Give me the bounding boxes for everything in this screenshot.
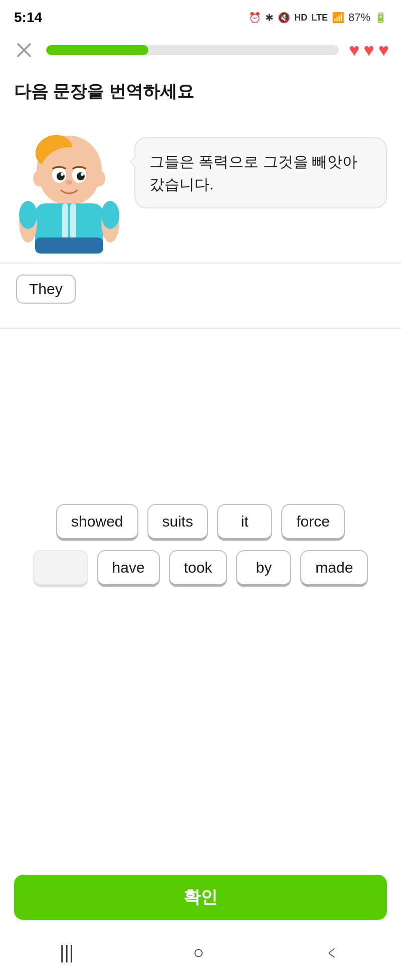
hearts-container: ♥ ♥ ♥ <box>349 40 389 61</box>
battery-indicator: 87% <box>348 11 370 24</box>
bluetooth-icon: ✱ <box>265 12 274 24</box>
svg-point-7 <box>57 172 65 180</box>
word-chip-empty <box>33 550 88 586</box>
svg-point-10 <box>81 173 84 176</box>
nav-back-button[interactable]: ﹤ <box>323 940 341 965</box>
answer-chip-they[interactable]: They <box>16 275 76 304</box>
progress-fill <box>46 45 148 55</box>
heart-3: ♥ <box>378 40 389 61</box>
character-figure <box>14 122 124 253</box>
middle-spacer <box>0 334 401 484</box>
svg-rect-15 <box>62 203 68 238</box>
svg-point-11 <box>66 180 72 185</box>
bottom-nav: ||| ○ ﹤ <box>0 930 401 980</box>
nav-home-button[interactable]: ○ <box>193 942 204 963</box>
word-chip-made[interactable]: made <box>300 550 368 586</box>
word-row-1: showed suits it force <box>14 504 387 540</box>
answer-divider <box>0 328 401 329</box>
speech-text: 그들은 폭력으로 그것을 빼앗아 갔습니다. <box>149 153 357 192</box>
close-button[interactable] <box>12 38 36 62</box>
signal-icon: 📶 <box>332 12 344 24</box>
svg-point-9 <box>61 173 64 176</box>
svg-point-21 <box>101 201 119 229</box>
lte-icon: LTE <box>311 13 328 23</box>
word-bank: showed suits it force have took by made <box>0 484 401 606</box>
status-time: 5:14 <box>14 10 42 26</box>
hd-icon: HD <box>294 13 307 23</box>
svg-point-8 <box>77 172 85 180</box>
nav-menu-button[interactable]: ||| <box>60 942 74 963</box>
heart-2: ♥ <box>363 40 374 61</box>
svg-point-12 <box>33 170 45 186</box>
svg-rect-16 <box>70 203 76 238</box>
word-chip-have[interactable]: have <box>97 550 160 586</box>
svg-point-13 <box>93 170 105 186</box>
word-chip-by[interactable]: by <box>236 550 291 586</box>
word-row-2: have took by made <box>14 550 387 586</box>
character-area: 그들은 폭력으로 그것을 빼앗아 갔습니다. <box>0 107 401 258</box>
progress-bar <box>46 45 339 55</box>
word-chip-took[interactable]: took <box>169 550 228 586</box>
confirm-button[interactable]: 확인 <box>14 875 387 920</box>
svg-rect-17 <box>35 237 103 254</box>
instruction-text: 다음 문장을 번역하세요 <box>0 70 401 107</box>
top-bar: ♥ ♥ ♥ <box>0 30 401 70</box>
svg-point-4 <box>39 147 99 205</box>
word-chip-showed[interactable]: showed <box>56 504 138 540</box>
mute-icon: 🔇 <box>278 12 290 24</box>
speech-bubble: 그들은 폭력으로 그것을 빼앗아 갔습니다. <box>134 137 387 208</box>
word-chip-force[interactable]: force <box>281 504 345 540</box>
status-bar: 5:14 ⏰ ✱ 🔇 HD LTE 📶 87% 🔋 <box>0 0 401 30</box>
battery-icon: 🔋 <box>374 12 387 24</box>
svg-point-20 <box>19 201 37 229</box>
word-chip-suits[interactable]: suits <box>147 504 209 540</box>
status-icons: ⏰ ✱ 🔇 HD LTE 📶 87% 🔋 <box>249 11 387 24</box>
heart-1: ♥ <box>349 40 359 61</box>
alarm-icon: ⏰ <box>249 12 261 24</box>
word-chip-it[interactable]: it <box>217 504 272 540</box>
answer-area[interactable]: They <box>0 263 401 323</box>
